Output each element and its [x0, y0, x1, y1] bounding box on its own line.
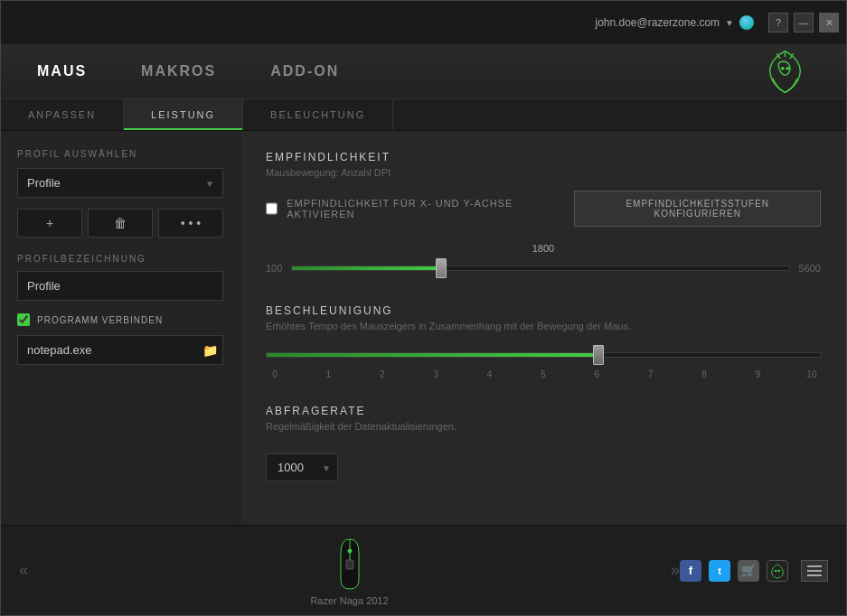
sensitivity-slider-row: 100 5600: [266, 257, 821, 279]
nav-tabs: MAUS MAKROS ADD-ON: [37, 60, 339, 83]
programm-verbinden-checkbox[interactable]: [17, 313, 30, 326]
acceleration-slider-row: [266, 344, 821, 366]
acceleration-slider-container: 0 1 2 3 4 5 6 7 8 9 10: [266, 344, 821, 379]
programm-verbinden-label: PROGRAMM VERBINDEN: [37, 315, 163, 325]
tick-1: 1: [319, 369, 337, 379]
svg-point-4: [786, 67, 789, 70]
delete-profile-button[interactable]: 🗑: [88, 209, 153, 238]
shop-icon: 🛒: [741, 564, 756, 577]
minimize-button[interactable]: —: [794, 13, 814, 33]
acceleration-slider: [266, 344, 821, 366]
empfindlichkeit-row: EMPFINDLICHKEIT FÜR X- UND Y-ACHSE AKTIV…: [266, 191, 821, 227]
profile-select-wrapper: Profile Profile 1 Profile 2 ▼: [17, 168, 223, 198]
svg-rect-6: [346, 560, 353, 569]
next-device-button[interactable]: »: [671, 561, 680, 580]
poll-select-wrapper: 125 500 1000 2000 ▼: [266, 453, 338, 481]
konfigurieren-button[interactable]: EMPFINDLICHKEITSSTUFEN KONFIGURIEREN: [574, 191, 821, 227]
twitter-button[interactable]: t: [709, 560, 730, 582]
tick-5: 5: [534, 369, 552, 379]
profile-actions: + 🗑 • • •: [17, 209, 223, 238]
programm-verbinden-row: PROGRAMM VERBINDEN: [17, 313, 223, 326]
tick-10: 10: [803, 369, 821, 379]
profile-select[interactable]: Profile Profile 1 Profile 2: [17, 168, 223, 198]
sub-nav-beleuchtung[interactable]: BELEUCHTUNG: [243, 99, 393, 130]
tick-6: 6: [588, 369, 606, 379]
device-image: [327, 535, 372, 593]
beschleunigung-desc: Erhöhtes Tempo des Mauszeigers in Zusamm…: [266, 321, 821, 331]
prev-device-button[interactable]: «: [19, 561, 28, 580]
footer-device-area: Razer Naga 2012: [37, 535, 662, 606]
tick-4: 4: [481, 369, 499, 379]
achse-label: EMPFINDLICHKEIT FÜR X- UND Y-ACHSE AKTIV…: [287, 198, 565, 219]
profile-name-input[interactable]: [17, 271, 223, 301]
sidebar: PROFIL AUSWÄHLEN Profile Profile 1 Profi…: [1, 131, 240, 525]
sensitivity-min: 100: [266, 263, 282, 274]
svg-point-3: [781, 67, 785, 70]
sensitivity-value-label: 1800: [532, 243, 554, 254]
empfindlichkeit-desc: Mausbewegung: Anzahl DPI: [266, 167, 821, 178]
acceleration-tick-marks: 0 1 2 3 4 5 6 7 8 9 10: [266, 369, 821, 379]
trash-icon: 🗑: [114, 216, 127, 230]
title-bar: john.doe@razerzone.com ▼ ? — ✕: [1, 1, 846, 44]
abfragerate-title: ABFRAGERATE: [266, 405, 821, 417]
sensitivity-track: [291, 266, 789, 271]
close-button[interactable]: ✕: [819, 13, 839, 33]
empfindlichkeit-title: EMPFINDLICHKEIT: [266, 151, 821, 163]
acceleration-thumb[interactable]: [593, 345, 604, 365]
abfragerate-desc: Regelmäßigkeit der Datenaktualisierungen…: [266, 421, 821, 432]
tick-2: 2: [373, 369, 391, 379]
sub-nav-anpassen[interactable]: ANPASSEN: [1, 99, 124, 130]
beschleunigung-title: BESCHLEUNIGUNG: [266, 304, 821, 317]
program-input[interactable]: [17, 335, 223, 365]
razer-social-button[interactable]: [767, 560, 788, 582]
twitter-icon: t: [718, 565, 721, 576]
menu-icon: [807, 565, 822, 576]
abfragerate-section: ABFRAGERATE Regelmäßigkeit der Datenaktu…: [266, 405, 821, 481]
menu-button[interactable]: [801, 560, 828, 582]
folder-icon[interactable]: 📁: [202, 343, 218, 358]
tick-3: 3: [427, 369, 445, 379]
sensitivity-slider: [291, 257, 789, 279]
razer-logo: [760, 47, 810, 97]
sub-nav-leistung[interactable]: LEISTUNG: [124, 99, 243, 130]
user-dropdown-arrow[interactable]: ▼: [725, 18, 734, 28]
nav-tab-maus[interactable]: MAUS: [37, 60, 87, 83]
sub-nav: ANPASSEN LEISTUNG BELEUCHTUNG: [1, 98, 846, 131]
sensitivity-slider-container: 1800 100 5600: [266, 239, 821, 279]
app-window: john.doe@razerzone.com ▼ ? — ✕ MAUS MAKR…: [0, 0, 847, 616]
svg-point-7: [348, 549, 352, 553]
content-area: PROFIL AUSWÄHLEN Profile Profile 1 Profi…: [1, 131, 846, 525]
facebook-button[interactable]: f: [680, 560, 701, 582]
sensitivity-max: 5600: [799, 263, 821, 274]
sensitivity-thumb[interactable]: [436, 258, 447, 278]
status-indicator: [739, 15, 754, 30]
footer-right-actions: f t 🛒: [680, 560, 828, 582]
sensitivity-fill: [292, 266, 441, 270]
tick-7: 7: [642, 369, 660, 379]
poll-rate-select[interactable]: 125 500 1000 2000: [266, 453, 338, 481]
acceleration-track: [266, 352, 821, 358]
user-email: john.doe@razerzone.com: [596, 16, 720, 29]
shop-button[interactable]: 🛒: [738, 560, 759, 582]
tick-9: 9: [749, 369, 767, 379]
razer-icon: [769, 563, 786, 579]
tick-0: 0: [266, 369, 284, 379]
facebook-icon: f: [689, 564, 692, 577]
device-name-label: Razer Naga 2012: [310, 595, 388, 606]
program-input-wrapper: 📁: [17, 335, 223, 365]
nav-tab-addon[interactable]: ADD-ON: [270, 60, 339, 83]
svg-point-9: [777, 569, 780, 572]
user-info: john.doe@razerzone.com ▼: [596, 15, 755, 30]
add-profile-button[interactable]: +: [17, 209, 82, 238]
profil-auswahlen-title: PROFIL AUSWÄHLEN: [17, 149, 223, 159]
svg-point-8: [775, 569, 777, 572]
nav-tab-makros[interactable]: MAKROS: [141, 60, 216, 83]
acceleration-fill: [267, 353, 598, 357]
achse-checkbox[interactable]: [266, 202, 278, 215]
main-panel: EMPFINDLICHKEIT Mausbewegung: Anzahl DPI…: [240, 131, 846, 525]
help-button[interactable]: ?: [768, 13, 788, 33]
tick-8: 8: [695, 369, 713, 379]
more-profile-button[interactable]: • • •: [158, 209, 223, 238]
footer: « Razer Naga 2012 » f: [1, 525, 846, 615]
main-nav: MAUS MAKROS ADD-ON: [1, 44, 846, 98]
